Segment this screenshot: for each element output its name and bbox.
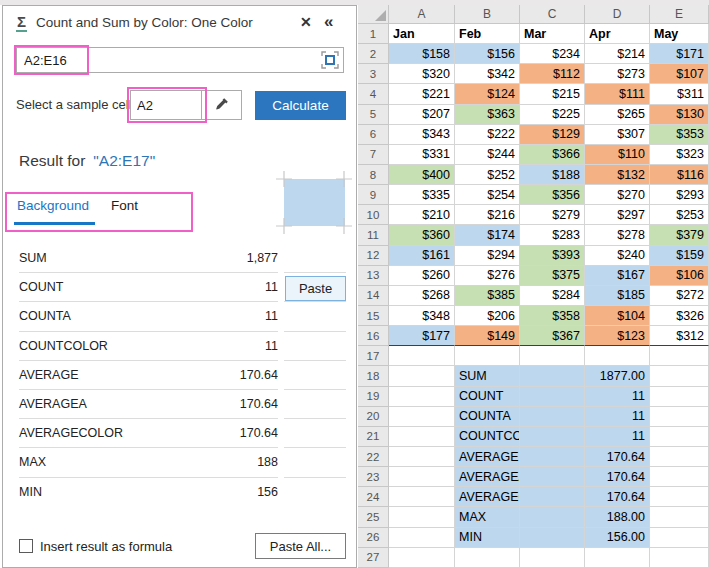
cell-B12[interactable]: $294 <box>455 246 520 266</box>
row-header-8[interactable]: 8 <box>358 165 389 185</box>
cell-D11[interactable]: $278 <box>585 225 650 245</box>
row-header-17[interactable]: 17 <box>358 346 389 366</box>
cell-B15[interactable]: $206 <box>455 306 520 326</box>
cell-A20[interactable] <box>389 407 455 427</box>
cell-B18[interactable]: SUM <box>455 366 520 386</box>
cell-E26[interactable] <box>650 528 709 548</box>
cell-D6[interactable]: $307 <box>585 125 650 145</box>
cell-A11[interactable]: $360 <box>389 225 455 245</box>
cell-E19[interactable] <box>650 387 709 407</box>
tab-background[interactable]: Background <box>17 198 89 213</box>
cell-C3[interactable]: $112 <box>520 64 585 84</box>
cell-A14[interactable]: $268 <box>389 286 455 306</box>
cell-E2[interactable]: $171 <box>650 44 709 64</box>
cell-A3[interactable]: $320 <box>389 64 455 84</box>
cell-E27[interactable] <box>650 548 709 568</box>
cell-D10[interactable]: $297 <box>585 205 650 225</box>
cell-B9[interactable]: $254 <box>455 185 520 205</box>
cell-C18[interactable] <box>520 366 585 386</box>
cell-E24[interactable] <box>650 487 709 507</box>
cell-E13[interactable]: $106 <box>650 266 709 286</box>
row-header-25[interactable]: 25 <box>358 507 389 527</box>
cell-A18[interactable] <box>389 366 455 386</box>
cell-B10[interactable]: $216 <box>455 205 520 225</box>
cell-D26[interactable]: 156.00 <box>585 528 650 548</box>
cell-B23[interactable]: AVERAGEA <box>455 467 520 487</box>
row-header-1[interactable]: 1 <box>358 24 389 44</box>
cell-A7[interactable]: $331 <box>389 145 455 165</box>
cell-C23[interactable] <box>520 467 585 487</box>
cell-A17[interactable] <box>389 346 455 366</box>
cell-D1[interactable]: Apr <box>585 24 650 44</box>
cell-B24[interactable]: AVERAGECOLOR <box>455 487 520 507</box>
cell-C5[interactable]: $225 <box>520 105 585 125</box>
cell-D25[interactable]: 188.00 <box>585 507 650 527</box>
row-header-18[interactable]: 18 <box>358 366 389 386</box>
cell-A1[interactable]: Jan <box>389 24 455 44</box>
cell-D2[interactable]: $214 <box>585 44 650 64</box>
cell-C16[interactable]: $367 <box>520 326 585 346</box>
cell-E5[interactable]: $130 <box>650 105 709 125</box>
cell-B5[interactable]: $363 <box>455 105 520 125</box>
cell-B17[interactable] <box>455 346 520 366</box>
cell-B25[interactable]: MAX <box>455 507 520 527</box>
cell-A10[interactable]: $210 <box>389 205 455 225</box>
cell-E11[interactable]: $379 <box>650 225 709 245</box>
cell-A16[interactable]: $177 <box>389 326 455 346</box>
cell-D8[interactable]: $132 <box>585 165 650 185</box>
cell-B11[interactable]: $174 <box>455 225 520 245</box>
cell-C7[interactable]: $366 <box>520 145 585 165</box>
cell-E10[interactable]: $253 <box>650 205 709 225</box>
cell-D24[interactable]: 170.64 <box>585 487 650 507</box>
cell-A21[interactable] <box>389 427 455 447</box>
cell-A22[interactable] <box>389 447 455 467</box>
cell-D3[interactable]: $273 <box>585 64 650 84</box>
cell-A26[interactable] <box>389 528 455 548</box>
row-header-12[interactable]: 12 <box>358 246 389 266</box>
cell-A12[interactable]: $161 <box>389 246 455 266</box>
cell-E3[interactable]: $107 <box>650 64 709 84</box>
column-header-B[interactable]: B <box>455 5 520 24</box>
cell-B4[interactable]: $124 <box>455 84 520 104</box>
paste-all-button[interactable]: Paste All... <box>255 533 346 559</box>
calculate-button[interactable]: Calculate <box>255 91 346 120</box>
cell-C22[interactable] <box>520 447 585 467</box>
cell-A25[interactable] <box>389 507 455 527</box>
cell-D21[interactable]: 11 <box>585 427 650 447</box>
row-header-9[interactable]: 9 <box>358 185 389 205</box>
row-header-23[interactable]: 23 <box>358 467 389 487</box>
column-header-A[interactable]: A <box>389 5 455 24</box>
cell-A2[interactable]: $158 <box>389 44 455 64</box>
cell-A19[interactable] <box>389 387 455 407</box>
cell-A27[interactable] <box>389 548 455 568</box>
row-header-26[interactable]: 26 <box>358 528 389 548</box>
cell-C10[interactable]: $279 <box>520 205 585 225</box>
row-header-4[interactable]: 4 <box>358 84 389 104</box>
row-header-20[interactable]: 20 <box>358 407 389 427</box>
cell-A15[interactable]: $348 <box>389 306 455 326</box>
row-header-6[interactable]: 6 <box>358 125 389 145</box>
cell-A8[interactable]: $400 <box>389 165 455 185</box>
row-header-5[interactable]: 5 <box>358 105 389 125</box>
cell-A6[interactable]: $343 <box>389 125 455 145</box>
cell-E21[interactable] <box>650 427 709 447</box>
cell-E7[interactable]: $323 <box>650 145 709 165</box>
cell-C15[interactable]: $358 <box>520 306 585 326</box>
cell-E20[interactable] <box>650 407 709 427</box>
cell-B6[interactable]: $222 <box>455 125 520 145</box>
cell-B21[interactable]: COUNTCOLOR <box>455 427 520 447</box>
cell-B14[interactable]: $385 <box>455 286 520 306</box>
cell-C21[interactable] <box>520 427 585 447</box>
row-header-16[interactable]: 16 <box>358 326 389 346</box>
column-header-D[interactable]: D <box>585 5 650 24</box>
cell-C1[interactable]: Mar <box>520 24 585 44</box>
cell-C2[interactable]: $234 <box>520 44 585 64</box>
cell-A5[interactable]: $207 <box>389 105 455 125</box>
row-header-15[interactable]: 15 <box>358 306 389 326</box>
cell-C20[interactable] <box>520 407 585 427</box>
cell-E9[interactable]: $293 <box>650 185 709 205</box>
expand-selection-icon[interactable] <box>321 51 339 69</box>
cell-C8[interactable]: $188 <box>520 165 585 185</box>
cell-B27[interactable] <box>455 548 520 568</box>
cell-B8[interactable]: $252 <box>455 165 520 185</box>
